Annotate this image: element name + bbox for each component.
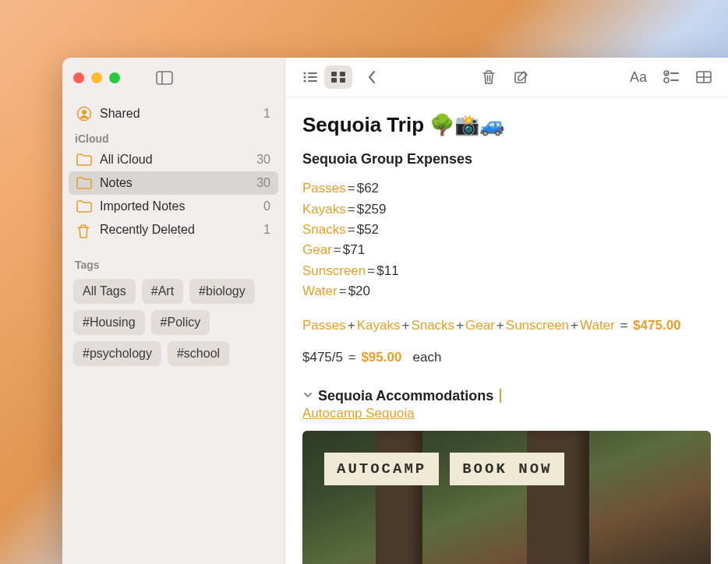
svg-point-19 [664, 78, 669, 83]
list-icon [303, 72, 317, 83]
svg-rect-18 [670, 72, 679, 74]
new-note-button[interactable] [508, 65, 535, 89]
total-result: $475.00 [633, 318, 680, 333]
tag-chip[interactable]: All Tags [73, 279, 136, 304]
section-accommodations-header[interactable]: Sequoia Accommodations [302, 388, 711, 404]
folder-icon [76, 177, 92, 189]
tag-chip[interactable]: #school [168, 341, 229, 366]
svg-point-3 [82, 110, 87, 115]
checklist-button[interactable] [658, 65, 684, 89]
delete-note-button[interactable] [475, 65, 502, 89]
expense-line: Sunscreen=$11 [302, 261, 711, 281]
window-controls [73, 72, 120, 83]
sidebar-item-count: 1 [263, 223, 270, 237]
back-button[interactable] [359, 65, 385, 89]
total-token: Gear [465, 318, 495, 333]
total-token: Water [580, 318, 615, 333]
expense-value: $71 [343, 242, 365, 257]
format-aa-icon: Aa [630, 69, 647, 86]
notes-window: Shared 1 iCloud All iCloud30Notes30Impor… [62, 58, 728, 564]
folder-icon [76, 200, 92, 213]
expense-name: Kayaks [302, 202, 346, 217]
sidebar-item-label: Shared [100, 107, 140, 121]
preview-brand-label: AUTOCAMP [324, 453, 439, 485]
compose-icon [514, 69, 529, 85]
accommodation-link[interactable]: Autocamp Sequoia [302, 406, 415, 421]
sidebar-icon [156, 71, 173, 85]
sidebar-section-tags[interactable]: Tags [69, 252, 278, 274]
sidebar-item-imported-notes[interactable]: Imported Notes0 [69, 195, 278, 218]
chevron-left-icon [367, 70, 376, 84]
toolbar: Aa [285, 58, 728, 97]
per-person-line: $475/5 = $95.00 each [302, 347, 711, 368]
zoom-window-button[interactable] [109, 72, 120, 83]
sidebar-item-count: 1 [263, 107, 270, 121]
tag-chip[interactable]: #psychology [73, 341, 161, 366]
chevron-down-icon [302, 388, 313, 404]
trash-icon [76, 224, 92, 236]
total-token: Kayaks [357, 318, 401, 333]
expense-name: Snacks [302, 222, 346, 237]
minimize-window-button[interactable] [91, 72, 102, 83]
shared-icon [76, 106, 92, 122]
expense-name: Sunscreen [302, 263, 366, 278]
tag-chip[interactable]: #Housing [73, 310, 145, 335]
expense-name: Water [302, 284, 337, 298]
expense-name: Passes [302, 181, 346, 196]
total-token: Passes [302, 318, 346, 333]
sidebar-section-icloud[interactable]: iCloud [69, 126, 278, 148]
tag-chip[interactable]: #Art [142, 279, 183, 304]
view-mode-segment [296, 65, 352, 89]
preview-book-now-label: BOOK NOW [450, 453, 564, 485]
note-body[interactable]: Sequoia Trip 🌳📸🚙 Sequoia Group Expenses … [285, 97, 728, 564]
expense-value: $20 [348, 284, 370, 298]
expense-line: Snacks=$52 [302, 220, 711, 240]
svg-rect-0 [157, 72, 172, 84]
svg-rect-5 [308, 72, 317, 74]
folder-icon [76, 153, 92, 166]
sidebar-item-shared[interactable]: Shared 1 [69, 101, 278, 126]
expense-value: $11 [376, 263, 398, 278]
svg-rect-20 [670, 79, 679, 81]
svg-rect-11 [340, 72, 345, 76]
section-title: Sequoia Accommodations [318, 388, 493, 404]
total-token: Sunscreen [506, 318, 569, 333]
note-title: Sequoia Trip 🌳📸🚙 [302, 113, 711, 137]
svg-rect-7 [308, 76, 317, 78]
expense-value: $259 [357, 202, 387, 217]
sidebar-item-notes[interactable]: Notes30 [69, 171, 278, 195]
toggle-sidebar-button[interactable] [156, 71, 173, 85]
expense-value: $52 [357, 222, 379, 237]
sidebar-item-recently-deleted[interactable]: Recently Deleted1 [69, 218, 278, 241]
per-person-suffix: each [413, 350, 442, 365]
sidebar-item-count: 0 [263, 199, 270, 213]
list-view-button[interactable] [296, 65, 324, 89]
per-person-left: $475/5 [302, 350, 343, 365]
expense-line: Water=$20 [302, 281, 711, 301]
format-button[interactable]: Aa [625, 65, 652, 89]
gallery-view-button[interactable] [324, 65, 352, 89]
table-icon [696, 71, 712, 83]
tag-chip[interactable]: #Policy [151, 310, 210, 335]
grid-icon [331, 72, 345, 83]
svg-rect-10 [331, 72, 337, 76]
tag-chip[interactable]: #biology [189, 279, 255, 304]
close-window-button[interactable] [73, 72, 84, 83]
per-person-result: $95.00 [361, 350, 401, 365]
expense-line: Gear=$71 [302, 240, 711, 260]
sidebar-item-all-icloud[interactable]: All iCloud30 [69, 148, 278, 171]
tags-container: All Tags#Art#biology#Housing#Policy#psyc… [69, 274, 278, 371]
expense-value: $62 [357, 181, 379, 196]
svg-point-6 [303, 76, 306, 79]
checklist-icon [663, 70, 679, 84]
link-preview[interactable]: AUTOCAMP BOOK NOW [302, 431, 711, 564]
expense-name: Gear [302, 242, 332, 257]
sidebar-item-count: 30 [256, 176, 270, 190]
sidebar: Shared 1 iCloud All iCloud30Notes30Impor… [62, 58, 285, 564]
expense-line: Passes=$62 [302, 178, 711, 199]
table-button[interactable] [691, 65, 717, 89]
text-cursor [500, 389, 501, 403]
sidebar-item-label: Recently Deleted [100, 223, 195, 237]
main-pane: Aa Sequoia Trip 🌳📸🚙 [285, 58, 728, 564]
note-subheading: Sequoia Group Expenses [302, 151, 711, 167]
